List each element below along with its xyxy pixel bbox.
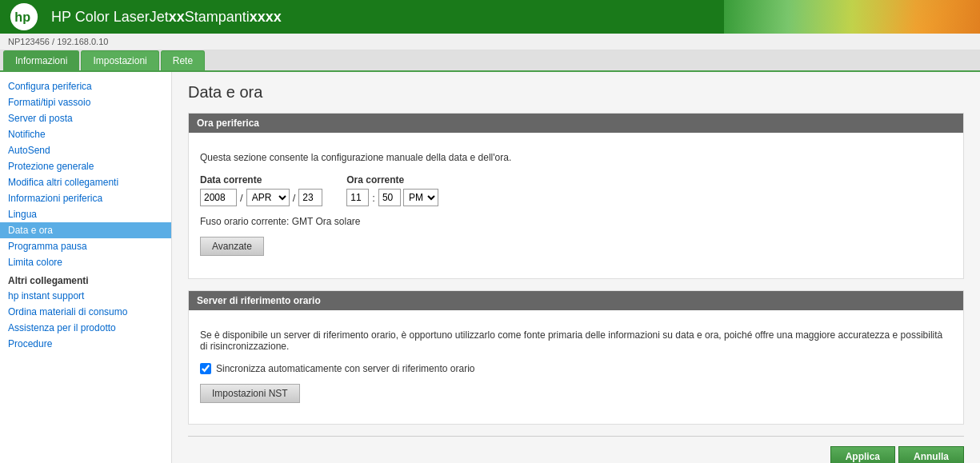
time-ampm-select[interactable]: PM AM — [403, 189, 438, 206]
time-sep: : — [371, 192, 376, 204]
nst-button[interactable]: Impostazioni NST — [200, 384, 300, 403]
header: hp HP Color LaserJet xx Stampanti xxxx — [0, 0, 980, 34]
date-day-input[interactable] — [298, 189, 322, 206]
date-field-group: Data corrente / APR GENFEBMAR MAGGIULUG … — [200, 174, 322, 206]
divider — [188, 436, 964, 437]
date-sep1: / — [239, 192, 244, 204]
section-ora-periferica-desc: Questa sezione consente la configurazion… — [200, 152, 952, 163]
sidebar-item-procedure[interactable]: Procedure — [0, 336, 171, 352]
breadcrumb: NP123456 / 192.168.0.10 — [0, 34, 980, 50]
sidebar-item-informazioni-periferica[interactable]: Informazioni periferica — [0, 190, 171, 206]
section-ora-periferica-header: Ora periferica — [189, 114, 963, 133]
bottom-bar: Applica Annulla — [188, 446, 964, 463]
time-hour-input[interactable] — [346, 189, 369, 206]
section-server-content: Se è disponibile un server di riferiment… — [189, 320, 963, 424]
page-title: Data e ora — [188, 83, 964, 102]
time-field-group: Ora corrente : PM AM — [346, 174, 438, 206]
section-server-riferimento: Server di riferimento orario Se è dispon… — [188, 290, 964, 425]
sidebar-item-server-di-posta[interactable]: Server di posta — [0, 110, 171, 126]
date-label: Data corrente — [200, 174, 322, 186]
sync-checkbox[interactable] — [200, 363, 211, 374]
sidebar-item-lingua[interactable]: Lingua — [0, 206, 171, 222]
tab-impostazioni[interactable]: Impostazioni — [81, 50, 158, 70]
title-mid: Stampanti — [185, 9, 250, 26]
title-prefix: HP Color LaserJet — [51, 9, 169, 26]
sidebar-item-assistenza[interactable]: Assistenza per il prodotto — [0, 320, 171, 336]
sidebar-item-notifiche[interactable]: Notifiche — [0, 126, 171, 142]
section-server-desc: Se è disponibile un server di riferiment… — [200, 329, 952, 352]
tabs-bar: Informazioni Impostazioni Rete — [0, 50, 980, 72]
tab-rete[interactable]: Rete — [161, 50, 205, 70]
header-image — [724, 0, 980, 34]
sync-checkbox-row: Sincronizza automaticamente con server d… — [200, 363, 952, 374]
section-ora-periferica-content: Questa sezione consente la configurazion… — [189, 142, 963, 278]
date-sep2: / — [292, 192, 297, 204]
sidebar-item-ordina-materiali[interactable]: Ordina materiali di consumo — [0, 304, 171, 320]
date-month-select[interactable]: APR GENFEBMAR MAGGIULUG AGOSETOTT NOVDIC — [246, 189, 290, 206]
logo-area: hp — [0, 0, 48, 34]
annulla-button[interactable]: Annulla — [898, 446, 964, 463]
app-title: HP Color LaserJet xx Stampanti xxxx — [48, 0, 724, 34]
tab-informazioni[interactable]: Informazioni — [3, 50, 79, 70]
time-minute-input[interactable] — [378, 189, 401, 206]
sidebar-item-limita-colore[interactable]: Limita colore — [0, 254, 171, 270]
sidebar-item-configura-periferica[interactable]: Configura periferica — [0, 78, 171, 94]
sidebar-section-altri-collegamenti: Altri collegamenti — [0, 270, 171, 288]
time-label: Ora corrente — [346, 174, 438, 186]
sidebar-item-data-e-ora[interactable]: Data e ora — [0, 222, 171, 238]
date-time-fields-row: Data corrente / APR GENFEBMAR MAGGIULUG … — [200, 174, 952, 206]
avanzate-button[interactable]: Avanzate — [200, 237, 264, 256]
title-bold1: xx — [169, 9, 185, 26]
date-inline: / APR GENFEBMAR MAGGIULUG AGOSETOTT NOVD… — [200, 189, 322, 206]
sidebar-item-formati-tipi-vassoio[interactable]: Formati/tipi vassoio — [0, 94, 171, 110]
time-inline: : PM AM — [346, 189, 438, 206]
title-bold2: xxxx — [250, 9, 282, 26]
content-area: Data e ora Ora periferica Questa sezione… — [172, 72, 980, 463]
sidebar: Configura periferica Formati/tipi vassoi… — [0, 72, 172, 463]
timezone-text: Fuso orario corrente: GMT Ora solare — [200, 216, 952, 227]
sidebar-item-protezione-generale[interactable]: Protezione generale — [0, 158, 171, 174]
section-server-header: Server di riferimento orario — [189, 291, 963, 310]
main-layout: Configura periferica Formati/tipi vassoi… — [0, 72, 980, 463]
date-year-input[interactable] — [200, 189, 237, 206]
header-image-inner — [724, 0, 980, 34]
applica-button[interactable]: Applica — [830, 446, 895, 463]
sync-checkbox-label: Sincronizza automaticamente con server d… — [216, 363, 474, 374]
sidebar-item-modifica-altri-collegamenti[interactable]: Modifica altri collegamenti — [0, 174, 171, 190]
sidebar-item-programma-pausa[interactable]: Programma pausa — [0, 238, 171, 254]
sidebar-item-hp-instant-support[interactable]: hp instant support — [0, 288, 171, 304]
section-ora-periferica: Ora periferica Questa sezione consente l… — [188, 113, 964, 279]
svg-text:hp: hp — [14, 10, 30, 24]
hp-logo-icon: hp — [10, 2, 38, 31]
sidebar-item-autosend[interactable]: AutoSend — [0, 142, 171, 158]
